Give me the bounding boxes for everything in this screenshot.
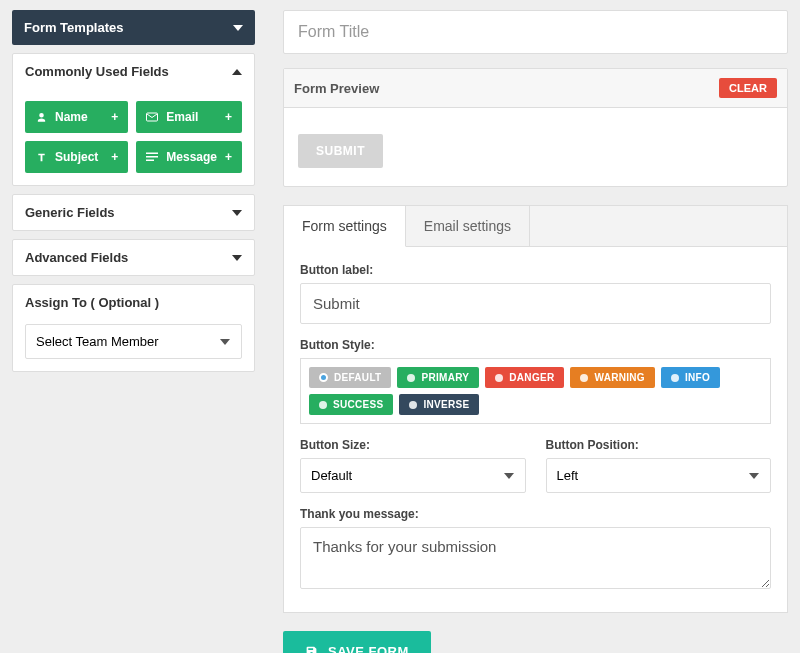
assign-to-title: Assign To ( Optional )	[25, 295, 159, 310]
button-position-label: Button Position:	[546, 438, 772, 452]
button-position-select[interactable]: Left	[546, 458, 772, 493]
generic-fields-title: Generic Fields	[25, 205, 115, 220]
preview-submit-button[interactable]: SUBMIT	[298, 134, 383, 168]
button-size-label: Button Size:	[300, 438, 526, 452]
button-label-input[interactable]	[300, 283, 771, 324]
tab-email-settings[interactable]: Email settings	[406, 206, 530, 247]
save-icon	[305, 645, 318, 653]
save-form-button[interactable]: SAVE FORM	[283, 631, 431, 653]
svg-rect-1	[146, 153, 158, 155]
clear-button[interactable]: CLEAR	[719, 78, 777, 98]
form-templates-title: Form Templates	[24, 20, 123, 35]
style-primary[interactable]: PRIMARY	[397, 367, 479, 388]
field-subject[interactable]: Subject+	[25, 141, 128, 173]
field-email[interactable]: Email+	[136, 101, 242, 133]
tab-form-settings[interactable]: Form settings	[284, 206, 406, 247]
dot-icon	[409, 401, 417, 409]
form-title-input[interactable]	[283, 10, 788, 54]
advanced-fields-title: Advanced Fields	[25, 250, 128, 265]
svg-rect-3	[146, 160, 154, 162]
dot-icon	[580, 374, 588, 382]
form-templates-header[interactable]: Form Templates	[12, 10, 255, 45]
mail-icon	[146, 112, 158, 122]
svg-rect-2	[146, 156, 158, 158]
generic-fields-header[interactable]: Generic Fields	[13, 195, 254, 230]
save-form-label: SAVE FORM	[328, 644, 409, 653]
plus-icon: +	[225, 150, 232, 164]
dot-icon	[495, 374, 503, 382]
common-fields-header[interactable]: Commonly Used Fields	[13, 54, 254, 89]
style-warning[interactable]: WARNING	[570, 367, 654, 388]
assign-to-select[interactable]: Select Team Member	[25, 324, 242, 359]
dot-icon	[319, 401, 327, 409]
assign-to-header: Assign To ( Optional )	[13, 285, 254, 320]
form-preview-panel: Form Preview CLEAR SUBMIT	[283, 68, 788, 187]
lines-icon	[146, 152, 158, 162]
chevron-up-icon	[232, 69, 242, 75]
chevron-down-icon	[232, 210, 242, 216]
plus-icon: +	[111, 110, 118, 124]
form-preview-label: Form Preview	[294, 81, 379, 96]
style-success[interactable]: SUCCESS	[309, 394, 393, 415]
button-size-select[interactable]: Default	[300, 458, 526, 493]
chevron-down-icon	[232, 255, 242, 261]
thank-you-textarea[interactable]	[300, 527, 771, 589]
plus-icon: +	[225, 110, 232, 124]
radio-icon	[319, 373, 328, 382]
style-inverse[interactable]: INVERSE	[399, 394, 479, 415]
dot-icon	[671, 374, 679, 382]
dot-icon	[407, 374, 415, 382]
style-default[interactable]: DEFAULT	[309, 367, 391, 388]
plus-icon: +	[111, 150, 118, 164]
chevron-down-icon	[233, 25, 243, 31]
field-name[interactable]: Name+	[25, 101, 128, 133]
common-fields-title: Commonly Used Fields	[25, 64, 169, 79]
style-info[interactable]: INFO	[661, 367, 720, 388]
advanced-fields-header[interactable]: Advanced Fields	[13, 240, 254, 275]
button-style-label: Button Style:	[300, 338, 771, 352]
text-icon	[35, 152, 47, 163]
field-message[interactable]: Message+	[136, 141, 242, 173]
button-label-label: Button label:	[300, 263, 771, 277]
user-icon	[35, 112, 47, 123]
style-danger[interactable]: DANGER	[485, 367, 564, 388]
thank-you-label: Thank you message:	[300, 507, 771, 521]
